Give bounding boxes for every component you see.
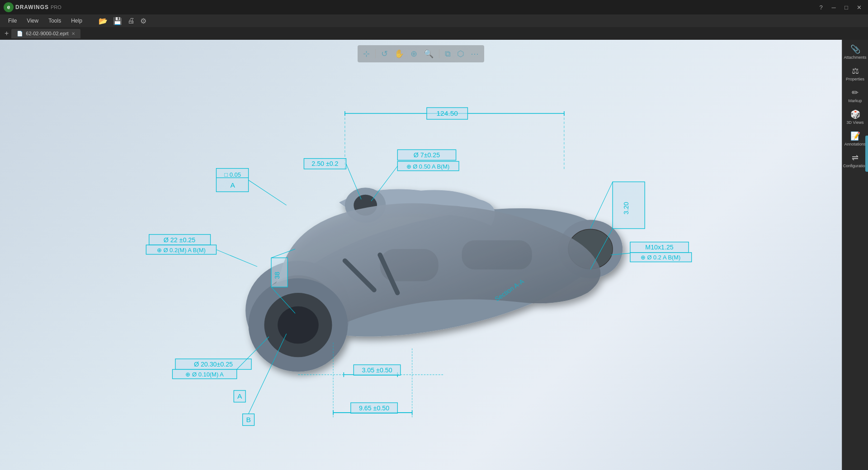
close-button[interactable]: ✕ xyxy=(854,2,864,13)
svg-text:A: A xyxy=(230,181,235,189)
title-bar-left: e DRAWINGS PRO xyxy=(4,2,61,12)
attachments-label: Attachments xyxy=(844,55,866,60)
annotations-icon: 📝 xyxy=(850,131,860,141)
svg-line-39 xyxy=(216,249,257,266)
part-svg: 124.50 2.50 ±0.2 Ø 7±0.25 ⊕ Ø 0.50 A B(M… xyxy=(0,40,842,470)
right-accent-tab[interactable] xyxy=(865,136,868,172)
open-file-icon[interactable]: 📂 xyxy=(97,16,109,26)
svg-text:⊕ Ø 0.50 A B(M): ⊕ Ø 0.50 A B(M) xyxy=(406,163,450,170)
svg-text:□ 0.05: □ 0.05 xyxy=(224,171,241,178)
svg-text:38: 38 xyxy=(274,272,281,279)
svg-text:A: A xyxy=(237,392,242,400)
svg-text:Ø 22 ±0.25: Ø 22 ±0.25 xyxy=(164,236,195,244)
new-tab-button[interactable]: + xyxy=(2,29,11,38)
settings-icon[interactable]: ⚙ xyxy=(138,16,148,26)
menu-bar: File View Tools Help 📂 💾 🖨 ⚙ xyxy=(0,14,868,27)
3d-views-icon: 🎲 xyxy=(850,109,860,119)
minimize-button[interactable]: ─ xyxy=(828,2,839,13)
svg-text:9.65 ±0.50: 9.65 ±0.50 xyxy=(359,404,389,412)
properties-label: Properties xyxy=(846,77,864,81)
svg-text:⊕ Ø 0.10(M) A: ⊕ Ø 0.10(M) A xyxy=(185,371,224,378)
quick-toolbar: 📂 💾 🖨 ⚙ xyxy=(97,16,148,26)
configuration-panel-item[interactable]: ⇌ Configuration xyxy=(842,150,868,171)
svg-text:⊕ Ø 0.2(M) A B(M): ⊕ Ø 0.2(M) A B(M) xyxy=(157,247,206,254)
menu-file[interactable]: File xyxy=(4,16,21,26)
file-tab-label: 62-02-9000-02.eprt xyxy=(26,31,68,36)
svg-text:M10x1.25: M10x1.25 xyxy=(645,244,674,251)
annotations-label: Annotations xyxy=(844,142,866,146)
app-edition: PRO xyxy=(51,5,61,10)
logo-icon: e xyxy=(4,2,14,12)
svg-text:2.50 ±0.2: 2.50 ±0.2 xyxy=(311,160,338,167)
svg-text:124.50: 124.50 xyxy=(436,109,458,117)
svg-text:Ø 7±0.25: Ø 7±0.25 xyxy=(414,151,440,159)
maximize-button[interactable]: □ xyxy=(841,2,852,13)
markup-panel-item[interactable]: ✏ Markup xyxy=(842,85,868,106)
annotations-panel-item[interactable]: 📝 Annotations xyxy=(842,128,868,149)
markup-label: Markup xyxy=(848,99,862,103)
svg-line-34 xyxy=(249,180,287,205)
svg-text:B: B xyxy=(246,416,250,423)
svg-text:3.20: 3.20 xyxy=(623,202,630,215)
3d-views-label: 3D Views xyxy=(847,120,864,125)
title-bar: e DRAWINGS PRO ? ─ □ ✕ xyxy=(0,0,868,14)
help-button[interactable]: ? xyxy=(816,2,826,13)
save-icon[interactable]: 💾 xyxy=(111,16,124,26)
attachments-panel-item[interactable]: 📎 Attachments xyxy=(842,42,868,62)
attachments-icon: 📎 xyxy=(850,44,860,54)
configuration-icon: ⇌ xyxy=(852,153,859,163)
properties-panel-item[interactable]: ⚖ Properties xyxy=(842,63,868,84)
svg-text:Ø 20.30±0.25: Ø 20.30±0.25 xyxy=(194,361,233,368)
menu-tools[interactable]: Tools xyxy=(44,16,66,26)
svg-point-12 xyxy=(278,306,319,344)
app-logo: e DRAWINGS PRO xyxy=(4,2,61,12)
menu-help[interactable]: Help xyxy=(66,16,87,26)
right-panel: 📎 Attachments ⚖ Properties ✏ Markup 🎲 3D… xyxy=(842,40,868,470)
file-tab[interactable]: 📄 62-02-9000-02.eprt ✕ xyxy=(11,29,80,38)
markup-icon: ✏ xyxy=(852,88,859,98)
app-name: DRAWINGS xyxy=(15,4,49,10)
properties-icon: ⚖ xyxy=(852,66,859,76)
3d-views-panel-item[interactable]: 🎲 3D Views xyxy=(842,107,868,127)
title-bar-right: ? ─ □ ✕ xyxy=(816,2,864,13)
tab-bar: + 📄 62-02-9000-02.eprt ✕ xyxy=(0,27,868,40)
menu-view[interactable]: View xyxy=(22,16,43,26)
main-area: ⊹ ↺ ✋ ⊕ 🔍 ⧉ ⬡ ⋯ xyxy=(0,40,868,470)
svg-text:3.05 ±0.50: 3.05 ±0.50 xyxy=(362,367,392,374)
svg-line-46 xyxy=(590,182,613,228)
print-icon[interactable]: 🖨 xyxy=(126,16,137,26)
file-tab-icon: 📄 xyxy=(17,31,23,37)
file-tab-close-button[interactable]: ✕ xyxy=(71,31,75,36)
viewport[interactable]: ⊹ ↺ ✋ ⊕ 🔍 ⧉ ⬡ ⋯ xyxy=(0,40,842,470)
configuration-label: Configuration xyxy=(843,164,868,168)
svg-text:⊕ Ø 0.2 A B(M): ⊕ Ø 0.2 A B(M) xyxy=(641,254,681,261)
